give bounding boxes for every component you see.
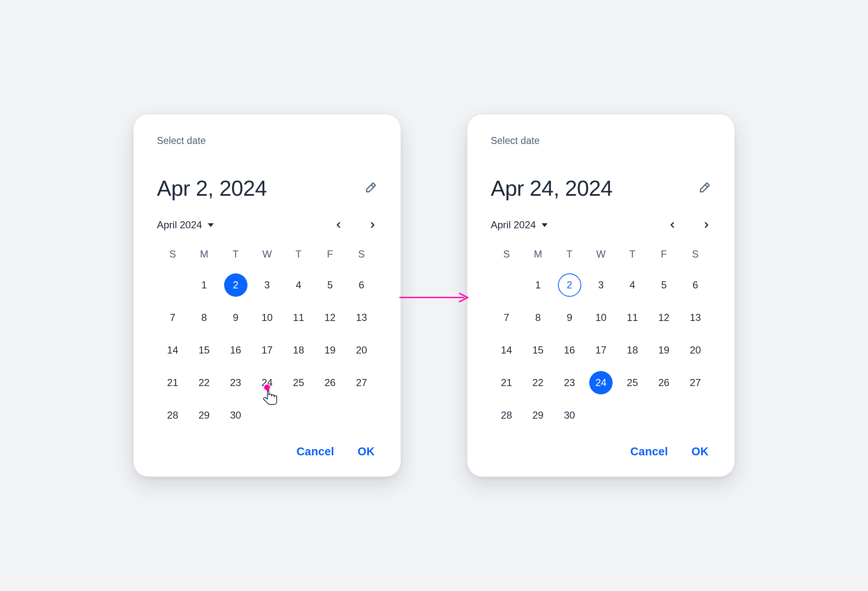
day-cell[interactable]: 12 bbox=[648, 306, 679, 329]
day-cell[interactable]: 21 bbox=[157, 371, 188, 394]
day-cell[interactable]: 24 bbox=[585, 371, 616, 394]
day-label: 6 bbox=[350, 273, 373, 297]
cancel-button[interactable]: Cancel bbox=[297, 445, 334, 458]
day-label: 11 bbox=[287, 306, 310, 329]
edit-icon[interactable] bbox=[363, 181, 377, 195]
month-nav-row: April 2024 bbox=[491, 219, 711, 231]
day-label: 18 bbox=[621, 338, 644, 362]
day-cell[interactable]: 2 bbox=[554, 273, 585, 297]
day-cell[interactable]: 12 bbox=[314, 306, 346, 329]
prev-month-button[interactable] bbox=[668, 220, 677, 230]
day-label: 20 bbox=[350, 338, 373, 362]
day-cell[interactable]: 18 bbox=[283, 338, 314, 362]
day-cell[interactable]: 6 bbox=[680, 273, 711, 297]
day-cell[interactable]: 7 bbox=[157, 306, 188, 329]
day-cell[interactable]: 20 bbox=[346, 338, 377, 362]
day-cell[interactable]: 11 bbox=[617, 306, 648, 329]
day-label: 12 bbox=[652, 306, 676, 329]
day-cell[interactable]: 4 bbox=[617, 273, 648, 297]
day-label: 5 bbox=[318, 273, 342, 297]
day-cell[interactable]: 8 bbox=[522, 306, 553, 329]
day-cell[interactable]: 13 bbox=[346, 306, 377, 329]
day-cell[interactable]: 22 bbox=[188, 371, 220, 394]
day-cell[interactable]: 28 bbox=[491, 404, 522, 427]
day-cell[interactable]: 18 bbox=[617, 338, 648, 362]
day-cell[interactable]: 16 bbox=[220, 338, 251, 362]
weekday-header: S bbox=[346, 248, 377, 264]
day-label: 3 bbox=[255, 273, 279, 297]
day-cell[interactable]: 4 bbox=[283, 273, 314, 297]
day-label: 25 bbox=[621, 371, 644, 394]
headline-row: Apr 2, 2024 bbox=[157, 176, 377, 201]
headline-row: Apr 24, 2024 bbox=[491, 176, 711, 201]
day-cell[interactable]: 29 bbox=[188, 404, 220, 427]
day-cell[interactable]: 17 bbox=[585, 338, 616, 362]
day-cell[interactable]: 3 bbox=[585, 273, 616, 297]
month-nav-arrows bbox=[668, 220, 711, 230]
day-cell[interactable]: 7 bbox=[491, 306, 522, 329]
day-cell[interactable]: 30 bbox=[554, 404, 585, 427]
next-month-button[interactable] bbox=[702, 220, 711, 230]
day-cell[interactable]: 5 bbox=[648, 273, 679, 297]
day-cell[interactable]: 28 bbox=[157, 404, 188, 427]
day-cell[interactable]: 10 bbox=[585, 306, 616, 329]
day-cell[interactable]: 25 bbox=[283, 371, 314, 394]
day-cell[interactable]: 5 bbox=[314, 273, 346, 297]
day-label: 22 bbox=[526, 371, 550, 394]
ok-button[interactable]: OK bbox=[691, 445, 709, 458]
day-label: 10 bbox=[255, 306, 279, 329]
prev-month-button[interactable] bbox=[334, 220, 343, 230]
day-cell[interactable]: 14 bbox=[491, 338, 522, 362]
day-label: 15 bbox=[526, 338, 550, 362]
day-cell[interactable]: 27 bbox=[680, 371, 711, 394]
day-cell[interactable]: 15 bbox=[522, 338, 553, 362]
day-cell[interactable]: 22 bbox=[522, 371, 553, 394]
day-cell[interactable]: 19 bbox=[648, 338, 679, 362]
day-label: 23 bbox=[558, 371, 581, 394]
weekday-header: T bbox=[617, 248, 648, 264]
day-cell[interactable]: 8 bbox=[188, 306, 220, 329]
edit-icon[interactable] bbox=[697, 181, 711, 195]
day-cell[interactable]: 21 bbox=[491, 371, 522, 394]
day-cell[interactable]: 26 bbox=[314, 371, 346, 394]
dialog-actions: Cancel OK bbox=[157, 445, 377, 458]
day-cell[interactable]: 11 bbox=[283, 306, 314, 329]
calendar-grid: SMTWTFS123456789101112131415161718192021… bbox=[491, 248, 711, 427]
day-cell[interactable]: 14 bbox=[157, 338, 188, 362]
day-label: 20 bbox=[684, 338, 707, 362]
day-cell[interactable]: 17 bbox=[251, 338, 283, 362]
day-cell[interactable]: 9 bbox=[554, 306, 585, 329]
tap-cursor-icon bbox=[263, 384, 271, 391]
day-label: 1 bbox=[192, 273, 216, 297]
day-cell[interactable]: 20 bbox=[680, 338, 711, 362]
day-cell[interactable]: 16 bbox=[554, 338, 585, 362]
day-cell[interactable]: 26 bbox=[648, 371, 679, 394]
hand-pointer-icon bbox=[260, 388, 281, 409]
day-cell[interactable]: 19 bbox=[314, 338, 346, 362]
day-cell[interactable]: 23 bbox=[220, 371, 251, 394]
day-cell[interactable]: 25 bbox=[617, 371, 648, 394]
day-cell[interactable]: 23 bbox=[554, 371, 585, 394]
day-cell[interactable]: 6 bbox=[346, 273, 377, 297]
cancel-button[interactable]: Cancel bbox=[631, 445, 668, 458]
day-cell[interactable]: 3 bbox=[251, 273, 283, 297]
day-label: 2 bbox=[224, 273, 247, 297]
day-cell[interactable]: 29 bbox=[522, 404, 553, 427]
day-cell[interactable]: 1 bbox=[188, 273, 220, 297]
day-cell[interactable]: 10 bbox=[251, 306, 283, 329]
month-year-label: April 2024 bbox=[157, 219, 202, 231]
day-cell[interactable]: 2 bbox=[220, 273, 251, 297]
day-cell[interactable]: 15 bbox=[188, 338, 220, 362]
day-cell[interactable]: 9 bbox=[220, 306, 251, 329]
weekday-header: S bbox=[491, 248, 522, 264]
ok-button[interactable]: OK bbox=[358, 445, 375, 458]
day-cell[interactable]: 13 bbox=[680, 306, 711, 329]
month-year-select[interactable]: April 2024 bbox=[491, 219, 548, 231]
next-month-button[interactable] bbox=[368, 220, 377, 230]
day-label: 21 bbox=[161, 371, 184, 394]
day-cell[interactable]: 24 bbox=[251, 371, 283, 394]
day-cell[interactable]: 1 bbox=[522, 273, 553, 297]
day-cell[interactable]: 30 bbox=[220, 404, 251, 427]
month-year-select[interactable]: April 2024 bbox=[157, 219, 214, 231]
day-cell[interactable]: 27 bbox=[346, 371, 377, 394]
